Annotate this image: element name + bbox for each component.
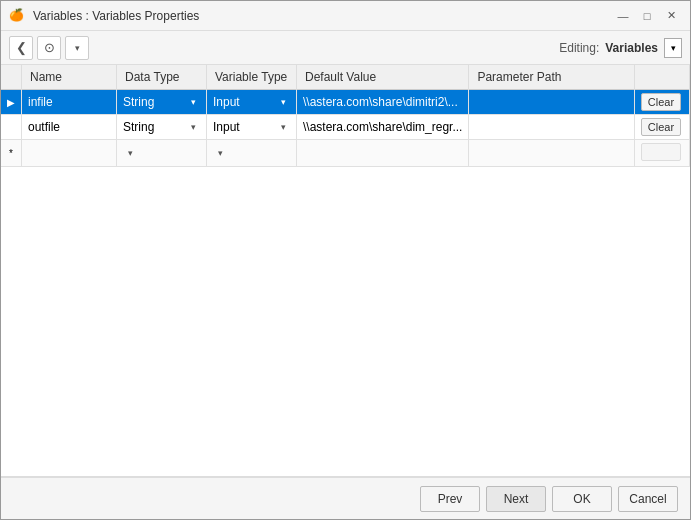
cell-datatype[interactable]: ▾ bbox=[117, 140, 207, 167]
datatype-dropdown-button[interactable]: ▾ bbox=[186, 94, 200, 110]
app-icon: 🍊 bbox=[9, 8, 25, 24]
cell-action: Clear bbox=[635, 90, 690, 115]
col-default: Default Value bbox=[297, 65, 469, 90]
clear-button[interactable]: Clear bbox=[641, 118, 681, 136]
row-indicator: ▶ bbox=[1, 90, 22, 115]
vartype-dropdown-button[interactable]: ▾ bbox=[213, 145, 227, 161]
col-vartype: Variable Type bbox=[207, 65, 297, 90]
cell-name: infile bbox=[22, 90, 117, 115]
cell-name[interactable] bbox=[22, 140, 117, 167]
cell-datatype[interactable]: String▾ bbox=[117, 115, 207, 140]
next-button[interactable]: Next bbox=[486, 486, 546, 512]
variables-table: Name Data Type Variable Type Default Val… bbox=[1, 65, 690, 167]
datatype-dropdown-button[interactable]: ▾ bbox=[123, 145, 137, 161]
cell-datatype[interactable]: String▾ bbox=[117, 90, 207, 115]
clear-button[interactable]: Clear bbox=[641, 93, 681, 111]
window-title: Variables : Variables Properties bbox=[33, 9, 199, 23]
cell-param bbox=[469, 90, 635, 115]
col-indicator bbox=[1, 65, 22, 90]
col-action bbox=[635, 65, 690, 90]
cell-param bbox=[469, 140, 635, 167]
editing-value: Variables bbox=[605, 41, 658, 55]
nav-dropdown-button[interactable]: ▾ bbox=[65, 36, 89, 60]
content-area: Name Data Type Variable Type Default Val… bbox=[1, 65, 690, 519]
toolbar-right: Editing: Variables ▾ bbox=[559, 38, 682, 58]
vartype-value: Input bbox=[213, 95, 276, 109]
table-row[interactable]: ▶infileString▾Input▾\\astera.com\share\d… bbox=[1, 90, 690, 115]
prev-button[interactable]: Prev bbox=[420, 486, 480, 512]
main-window: 🍊 Variables : Variables Properties — □ ✕… bbox=[0, 0, 691, 520]
cell-default bbox=[297, 140, 469, 167]
vartype-dropdown-button[interactable]: ▾ bbox=[276, 119, 290, 135]
col-param: Parameter Path bbox=[469, 65, 635, 90]
row-indicator bbox=[1, 115, 22, 140]
title-bar: 🍊 Variables : Variables Properties — □ ✕ bbox=[1, 1, 690, 31]
cell-default[interactable]: \\astera.com\share\dim_regr... bbox=[297, 115, 469, 140]
col-datatype: Data Type bbox=[117, 65, 207, 90]
cell-name: outfile bbox=[22, 115, 117, 140]
toolbar: ❮ ⊙ ▾ Editing: Variables ▾ bbox=[1, 31, 690, 65]
cell-param bbox=[469, 115, 635, 140]
ok-button[interactable]: OK bbox=[552, 486, 612, 512]
datatype-dropdown-button[interactable]: ▾ bbox=[186, 119, 200, 135]
datatype-value: String bbox=[123, 120, 186, 134]
back-button[interactable]: ❮ bbox=[9, 36, 33, 60]
editing-dropdown-button[interactable]: ▾ bbox=[664, 38, 682, 58]
title-controls: — □ ✕ bbox=[612, 6, 682, 26]
editing-label: Editing: bbox=[559, 41, 599, 55]
datatype-value: String bbox=[123, 95, 186, 109]
footer: Prev Next OK Cancel bbox=[1, 477, 690, 519]
maximize-button[interactable]: □ bbox=[636, 6, 658, 26]
cancel-button[interactable]: Cancel bbox=[618, 486, 678, 512]
table-row[interactable]: outfileString▾Input▾\\astera.com\share\d… bbox=[1, 115, 690, 140]
close-button[interactable]: ✕ bbox=[660, 6, 682, 26]
clear-button[interactable] bbox=[641, 143, 681, 161]
minimize-button[interactable]: — bbox=[612, 6, 634, 26]
cell-default[interactable]: \\astera.com\share\dimitri2\... bbox=[297, 90, 469, 115]
table-header-row: Name Data Type Variable Type Default Val… bbox=[1, 65, 690, 90]
table-container: Name Data Type Variable Type Default Val… bbox=[1, 65, 690, 477]
table-row[interactable]: *▾▾ bbox=[1, 140, 690, 167]
toolbar-left: ❮ ⊙ ▾ bbox=[9, 36, 89, 60]
nav-button[interactable]: ⊙ bbox=[37, 36, 61, 60]
cell-vartype[interactable]: Input▾ bbox=[207, 90, 297, 115]
cell-vartype[interactable]: ▾ bbox=[207, 140, 297, 167]
title-bar-left: 🍊 Variables : Variables Properties bbox=[9, 8, 199, 24]
vartype-dropdown-button[interactable]: ▾ bbox=[276, 94, 290, 110]
cell-vartype[interactable]: Input▾ bbox=[207, 115, 297, 140]
cell-action: Clear bbox=[635, 115, 690, 140]
cell-action bbox=[635, 140, 690, 167]
row-indicator: * bbox=[1, 140, 22, 167]
vartype-value: Input bbox=[213, 120, 276, 134]
col-name: Name bbox=[22, 65, 117, 90]
